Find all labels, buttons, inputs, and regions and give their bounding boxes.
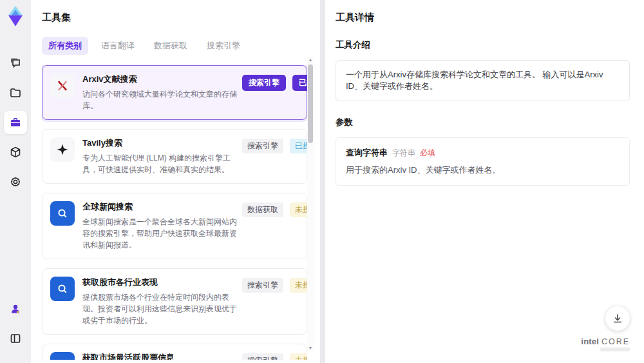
gear-icon: [9, 175, 22, 188]
auth-badge: 未授权: [290, 278, 307, 293]
tool-card[interactable]: 全球新闻搜索 全球新闻搜索是一个聚合全球各大新闻网站内容的搜索引擎，帮助用户快速…: [42, 193, 307, 259]
tab-0[interactable]: 所有类别: [42, 37, 88, 55]
auth-badge: 未授权: [290, 353, 307, 360]
intel-tier-mark: [600, 348, 630, 351]
tool-list-panel: 工具集 所有类别语言翻译数据获取搜索引擎 Arxiv文献搜索 访问各个研究领域大…: [31, 0, 320, 363]
param-name: 查询字符串: [346, 147, 388, 159]
download-icon: [612, 313, 623, 324]
tab-3[interactable]: 搜索引擎: [200, 37, 247, 55]
category-tabs: 所有类别语言翻译数据获取搜索引擎: [42, 37, 320, 55]
search-blue-icon: [50, 201, 75, 226]
intel-core-logo: intel core: [581, 337, 630, 351]
sidebar-item-settings[interactable]: [4, 170, 27, 193]
scrollbar[interactable]: ▲ ▼: [307, 57, 314, 351]
tool-card[interactable]: Arxiv文献搜索 访问各个研究领域大量科学论文和文章的存储库。 搜索引擎 已授…: [42, 65, 307, 120]
auth-badge: 未授权: [290, 202, 307, 217]
user-icon: [9, 302, 22, 315]
intro-text: 一个用于从Arxiv存储库搜索科学论文和文章的工具。 输入可以是Arxiv ID…: [346, 70, 603, 91]
auth-badge: 已授权: [290, 139, 307, 153]
chat-icon: [9, 57, 22, 70]
download-button[interactable]: [605, 306, 630, 331]
params-heading: 参数: [336, 117, 630, 128]
tool-name: 获取股市各行业表现: [82, 277, 242, 288]
tavily-icon: [50, 137, 75, 162]
tool-detail-panel: 工具详情 工具介绍 一个用于从Arxiv存储库搜索科学论文和文章的工具。 输入可…: [325, 0, 644, 363]
scroll-up-icon[interactable]: ▲: [308, 57, 313, 63]
tool-name: Arxiv文献搜索: [82, 74, 242, 85]
sidebar-item-collapse[interactable]: [4, 327, 27, 350]
param-card: 查询字符串 字符串 必填 用于搜索的Arxiv ID、关键字或作者姓名。: [336, 137, 630, 186]
arxiv-icon: [50, 74, 75, 98]
category-badge: 搜索引擎: [242, 278, 283, 293]
tool-card[interactable]: 获取市场最活跃股票信息 提供当天交易量最高的股票列表，投资者可以利用这些信息来识…: [42, 344, 307, 360]
tool-name: 全球新闻搜索: [82, 201, 242, 213]
intro-text-box: 一个用于从Arxiv存储库搜索科学论文和文章的工具。 输入可以是Arxiv ID…: [336, 60, 630, 101]
tool-description: 访问各个研究领域大量科学论文和文章的存储库。: [82, 88, 242, 112]
tool-list: Arxiv文献搜索 访问各个研究领域大量科学论文和文章的存储库。 搜索引擎 已授…: [42, 65, 307, 360]
toolbox-icon: [9, 116, 22, 129]
icon-rail: [0, 0, 31, 363]
tab-1[interactable]: 语言翻译: [95, 37, 141, 55]
sidebar-item-chat[interactable]: [4, 52, 27, 75]
intel-brand-text: intel: [581, 337, 599, 346]
tool-card[interactable]: 获取股市各行业表现 提供股票市场各个行业在特定时间段内的表现。投资者可以利用这些…: [42, 268, 307, 335]
tool-name: Tavily搜索: [82, 137, 242, 149]
page-title: 工具集: [42, 12, 320, 24]
app-logo-icon: [6, 5, 25, 27]
scroll-down-icon[interactable]: ▼: [308, 345, 313, 351]
tool-card[interactable]: Tavily搜索 专为人工智能代理 (LLM) 构建的搜索引擎工具，可快速提供实…: [42, 129, 307, 184]
package-icon: [9, 146, 22, 159]
sidebar-item-profile[interactable]: [4, 297, 27, 320]
search-blue-icon: [50, 352, 75, 360]
param-description: 用于搜索的Arxiv ID、关键字或作者姓名。: [346, 164, 620, 176]
param-type: 字符串: [392, 148, 415, 159]
sidebar-item-packages[interactable]: [4, 141, 27, 164]
auth-badge: 已授权: [292, 75, 307, 91]
category-badge: 搜索引擎: [242, 353, 283, 360]
panel-divider: [320, 0, 325, 363]
folder-icon: [9, 86, 22, 99]
tool-description: 全球新闻搜索是一个聚合全球各大新闻网站内容的搜索引擎，帮助用户快速获取全球最新资…: [82, 216, 242, 251]
scrollbar-thumb[interactable]: [308, 64, 313, 143]
category-badge: 搜索引擎: [242, 139, 283, 153]
intro-heading: 工具介绍: [336, 39, 630, 51]
tool-name: 获取市场最活跃股票信息: [82, 352, 242, 360]
tab-2[interactable]: 数据获取: [147, 37, 194, 55]
category-badge: 数据获取: [242, 202, 283, 217]
detail-title: 工具详情: [336, 12, 630, 24]
category-badge: 搜索引擎: [242, 75, 286, 91]
search-blue-icon: [50, 277, 75, 301]
panel-layout-icon: [9, 332, 22, 345]
param-required-badge: 必填: [420, 148, 435, 159]
core-brand-text: core: [601, 337, 630, 346]
sidebar-item-tools[interactable]: [4, 111, 27, 134]
sidebar-item-files[interactable]: [4, 81, 27, 104]
tool-description: 提供股票市场各个行业在特定时间段内的表现。投资者可以利用这些信息来识别表现优于或…: [82, 291, 242, 326]
tool-description: 专为人工智能代理 (LLM) 构建的搜索引擎工具，可快速提供实时、准确和真实的结…: [82, 152, 242, 175]
app-window: 工具集 所有类别语言翻译数据获取搜索引擎 Arxiv文献搜索 访问各个研究领域大…: [0, 0, 644, 363]
